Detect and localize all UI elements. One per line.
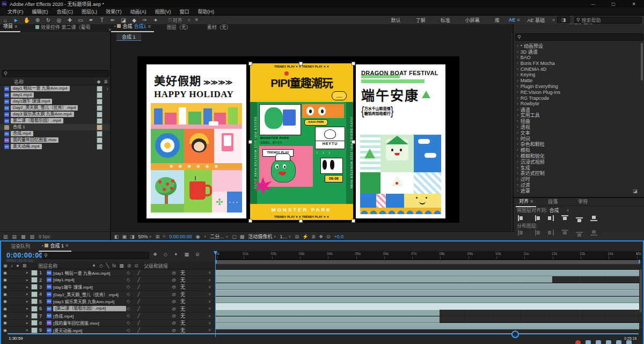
label-color-chip[interactable]	[97, 144, 103, 150]
label-color-chip[interactable]	[31, 298, 38, 304]
layer-duration-bar[interactable]	[215, 276, 552, 283]
orbit-camera-tool[interactable]: ◎	[54, 17, 64, 23]
twirl-icon[interactable]: ›	[517, 96, 518, 100]
layer-bars-area[interactable]	[215, 269, 642, 330]
selection-handle[interactable]	[299, 219, 303, 223]
twirl-icon[interactable]: ▸	[26, 270, 28, 275]
twirl-icon[interactable]: ›	[517, 130, 518, 135]
menu-文件(F)[interactable]: 文件(F)	[3, 8, 28, 15]
collapse-switch-icon[interactable]: ◇	[99, 263, 103, 268]
parent-link-column[interactable]: 父级和链接	[144, 262, 168, 269]
timeline-layer-row[interactable]: ◉▸1[day1 畅玩一夏 九鱼Ann.mp4]◇╱@无∨	[1, 269, 215, 276]
show-channel-icon[interactable]: ◔	[203, 234, 206, 239]
comp-selector-tab[interactable]: 合成 1	[116, 33, 141, 41]
parent-dropdown-icon[interactable]: ∨	[208, 285, 211, 289]
effects-category[interactable]: ›RG Trapcode	[514, 95, 641, 101]
fast-previews-icon[interactable]: ⚡	[302, 234, 308, 239]
timeline-vertical-scrollbar[interactable]	[640, 269, 642, 312]
motion-blur-switch-icon[interactable]: ⊘	[127, 263, 131, 268]
twirl-icon[interactable]: ›	[517, 159, 518, 164]
project-item[interactable]: day1端午 馍馍.mp4	[0, 98, 110, 105]
effects-category[interactable]: ›表达式控制	[514, 171, 641, 177]
twirl-icon[interactable]: ›	[517, 55, 518, 60]
project-search-input[interactable]: ⚲	[2, 70, 109, 77]
video-visible-icon[interactable]: ◉	[3, 299, 7, 304]
always-preview-icon[interactable]: ◧	[114, 234, 119, 239]
effects-category[interactable]: ›3D 通道	[514, 49, 641, 55]
effects-category[interactable]: ›Plugin Everything	[514, 84, 641, 90]
effects-category[interactable]: ›BAO	[514, 55, 641, 61]
twirl-icon[interactable]: ›	[517, 171, 518, 175]
label-color-chip[interactable]	[31, 306, 38, 312]
layer-duration-bar[interactable]	[215, 297, 639, 303]
effects-category[interactable]: ›过渡	[514, 182, 641, 188]
parent-dropdown-icon[interactable]: ∨	[208, 328, 211, 332]
interpret-footage-icon[interactable]: ▥	[3, 234, 8, 239]
quality-switch-icon[interactable]: ◇	[127, 270, 130, 275]
twirl-icon[interactable]: ›	[517, 67, 518, 71]
label-color-chip[interactable]	[97, 118, 103, 124]
twirl-icon[interactable]: ▸	[26, 299, 28, 304]
project-item[interactable]: Day2_黑天鹅_雪儿（优秀）.mp4	[0, 105, 110, 111]
twirl-icon[interactable]: ›	[517, 113, 518, 118]
twirl-icon[interactable]: ›	[517, 125, 518, 129]
quality-slash-icon[interactable]: ╱	[137, 299, 140, 304]
parent-pickwhip-icon[interactable]: @	[172, 306, 176, 311]
twirl-icon[interactable]: ▸	[26, 278, 28, 282]
selection-handle[interactable]	[352, 140, 355, 144]
quality-slash-icon[interactable]: ╱	[137, 292, 140, 297]
frame-blend-icon[interactable]: ▦	[185, 252, 189, 257]
align-left-button[interactable]	[518, 215, 525, 221]
workspace-ae[interactable]: AE	[507, 17, 517, 23]
parent-pickwhip-icon[interactable]: @	[172, 320, 176, 325]
quality-slash-icon[interactable]: ╱	[137, 313, 140, 318]
label-color-chip[interactable]	[97, 112, 103, 118]
video-column-icon[interactable]: ◉	[3, 263, 8, 268]
twirl-icon[interactable]: ›	[517, 107, 518, 112]
label-color-chip[interactable]	[31, 320, 38, 326]
project-item[interactable]: day3 娱乐黑天鹅 九鱼Ann.mp4	[0, 111, 110, 118]
panel-menu-icon[interactable]: ≡	[530, 199, 533, 204]
layer-name-column[interactable]: 图层名称	[38, 262, 57, 269]
project-item[interactable]: 我的童年回忆图鉴.mov	[0, 137, 110, 143]
effects-category[interactable]: ›RE:Vision Plug-ins	[514, 89, 641, 95]
parent-dropdown-icon[interactable]: ∨	[208, 314, 211, 318]
quality-switch-icon[interactable]: ◇	[127, 284, 130, 289]
new-animation-preset-icon[interactable]: ◪	[633, 188, 638, 194]
twirl-icon[interactable]: ›	[517, 148, 518, 152]
project-item[interactable]: 第二课（葡萄乐园）.mp4	[0, 118, 110, 124]
project-item[interactable]: 合成.mp4	[0, 130, 110, 137]
twirl-icon[interactable]: ›	[517, 188, 518, 193]
choose-grid-icon[interactable]: ⊞	[156, 234, 160, 239]
menu-效果(T)[interactable]: 效果(T)	[101, 8, 126, 15]
shy-switch-icon[interactable]: ✦	[92, 263, 96, 268]
view-layout-select[interactable]: 1…∨	[280, 234, 291, 239]
tab-layer[interactable]: 图层（无）	[164, 23, 194, 32]
video-visible-icon[interactable]: ◉	[3, 284, 7, 289]
tab-paragraph[interactable]: 段落	[545, 197, 561, 207]
time-ruler[interactable]: 0s01s02s03s04s05s06s07s08s09s10s11s12s13…	[215, 251, 642, 260]
parent-pickwhip-icon[interactable]: @	[172, 328, 176, 333]
more-tools-icon[interactable]: ✕	[195, 17, 199, 23]
effects-category[interactable]: ›遮罩	[514, 188, 641, 194]
workspace-overflow-icon[interactable]: »	[552, 17, 555, 23]
rotate-tool[interactable]: ↻	[43, 17, 54, 23]
close-button[interactable]: ✕	[624, 2, 644, 6]
create-composition-icon[interactable]: ▦	[21, 234, 26, 239]
label-color-chip[interactable]	[31, 313, 38, 319]
timeline-button-icon[interactable]: ≣	[311, 234, 316, 239]
hide-shy-icon[interactable]: ✦	[174, 252, 178, 257]
player-progress-knob[interactable]	[511, 331, 519, 338]
take-snapshot-icon[interactable]: ◉	[196, 234, 200, 239]
twirl-icon[interactable]: ▸	[26, 292, 28, 296]
project-item[interactable]: day1.mp4	[0, 92, 110, 98]
quality-slash-icon[interactable]: ╱	[137, 328, 140, 333]
tab-composition[interactable]: • 合成 合成1 ≡	[111, 21, 154, 32]
selection-handle[interactable]	[352, 219, 355, 223]
layer-duration-bar[interactable]	[215, 270, 639, 276]
effects-scrollbar[interactable]	[641, 43, 643, 80]
player-progress-bar[interactable]	[8, 333, 639, 334]
effects-category[interactable]: ›Keying	[514, 72, 641, 78]
label-color-chip[interactable]	[97, 105, 103, 111]
effects-category[interactable]: ›过时	[514, 176, 641, 182]
